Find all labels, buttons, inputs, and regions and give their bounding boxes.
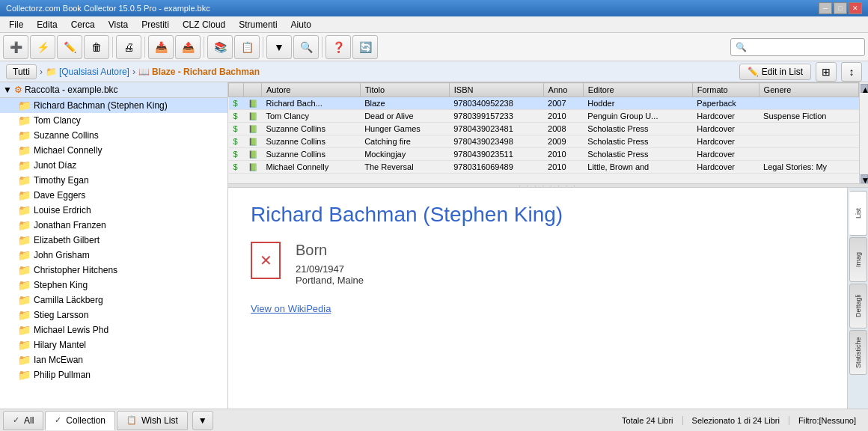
folder-icon-10: 📁 <box>18 249 31 261</box>
tree-item-hilary-mantel[interactable]: 📁 Hilary Mantel <box>0 337 227 352</box>
menu-aiuto[interactable]: Aiuto <box>285 18 317 31</box>
tree-item-michael-lewis[interactable]: 📁 Michael Lewis Phd <box>0 323 227 337</box>
cell-autore-0: Richard Bach... <box>262 97 361 110</box>
quick-add-button[interactable]: ⚡ <box>30 35 55 59</box>
books-view-button[interactable]: 📚 <box>207 35 233 59</box>
refresh-button[interactable]: 🔄 <box>352 35 378 59</box>
tree-item-elizabeth-gilbert[interactable]: 📁 Elizabeth Gilbert <box>0 233 227 248</box>
tree-item-timothy-egan[interactable]: 📁 Timothy Egan <box>0 173 227 188</box>
tree-item-john-grisham[interactable]: 📁 John Grisham <box>0 248 227 263</box>
detail-area: Richard Bachman (Stephen King) ✕ Born 21… <box>228 188 868 409</box>
sort-button[interactable]: ↕ <box>841 62 862 82</box>
close-button[interactable]: ✕ <box>849 2 862 14</box>
col-genere[interactable]: Genere <box>759 83 858 97</box>
export-button[interactable]: 📤 <box>175 35 201 59</box>
folder-icon-18: 📁 <box>18 369 31 381</box>
menu-prestiti[interactable]: Prestiti <box>135 18 175 31</box>
col-dollar[interactable] <box>229 83 244 97</box>
status-filter: Filtro:[Nessuno] <box>789 416 865 425</box>
tab-wishlist[interactable]: 📋 Wish List <box>117 411 188 430</box>
expand-icon: ▼ <box>3 85 12 95</box>
col-isbn[interactable]: ISBN <box>449 83 543 97</box>
cell-titolo-3: Catching fire <box>360 135 449 148</box>
table-row[interactable]: $ 📗 Suzanne Collins Catching fire 978043… <box>229 135 859 148</box>
folder-icon-12: 📁 <box>18 279 31 291</box>
all-button[interactable]: Tutti <box>6 64 37 79</box>
col-formato[interactable]: Formato <box>692 83 759 97</box>
col-icon[interactable] <box>244 83 262 97</box>
scroll-down-arrow[interactable]: ▼ <box>861 174 868 183</box>
scroll-up-arrow[interactable]: ▲ <box>861 84 868 93</box>
breadcrumb-folder[interactable]: 📁 [Qualsiasi Autore] <box>46 67 129 77</box>
col-editore[interactable]: Editore <box>583 83 692 97</box>
menu-cerca[interactable]: Cerca <box>65 18 101 31</box>
tab-collection[interactable]: ✓ Collection <box>45 411 115 430</box>
tab-list[interactable]: List <box>849 191 867 236</box>
filter1-button[interactable]: ▼ <box>266 35 292 59</box>
import-button[interactable]: 📥 <box>148 35 174 59</box>
menu-vista[interactable]: Vista <box>103 18 134 31</box>
main-layout: ▼ ⚙ Raccolta - example.bkc 📁 Richard Bac… <box>0 82 868 409</box>
tree-item-michael-connelly[interactable]: 📁 Michael Connelly <box>0 143 227 158</box>
add-book-button[interactable]: ➕ <box>3 35 28 59</box>
tree-item-richard-bachman[interactable]: 📁 Richard Bachman (Stephen King) <box>0 98 227 113</box>
col-anno[interactable]: Anno <box>543 83 583 97</box>
tab-statistiche[interactable]: Statistiche <box>849 330 867 375</box>
tree-item-stieg-larsson[interactable]: 📁 Stieg Larsson <box>0 308 227 323</box>
tree-item-stephen-king[interactable]: 📁 Stephen King <box>0 278 227 293</box>
tab-all[interactable]: ✓ All <box>3 411 43 430</box>
col-titolo[interactable]: Titolo <box>360 83 449 97</box>
menu-strumenti[interactable]: Strumenti <box>233 18 283 31</box>
tree-item-christopher-hitchens[interactable]: 📁 Christopher Hitchens <box>0 263 227 278</box>
tree-item-suzanne-collins[interactable]: 📁 Suzanne Collins <box>0 128 227 143</box>
wiki-link[interactable]: View on WikiPedia <box>251 303 331 314</box>
table-row[interactable]: $ 📗 Suzanne Collins Mockingjay 978043902… <box>229 148 859 161</box>
filter2-button[interactable]: 🔍 <box>293 35 319 59</box>
tree-item-label-0: Richard Bachman (Stephen King) <box>34 100 168 111</box>
folder-icon-14: 📁 <box>18 309 31 321</box>
table-row[interactable]: $ 📗 Michael Connelly The Reversal 978031… <box>229 161 859 174</box>
table-row[interactable]: $ 📗 Suzanne Collins Hunger Games 9780439… <box>229 123 859 135</box>
cell-formato-5: Hardcover <box>692 161 759 174</box>
menu-file[interactable]: File <box>3 18 29 31</box>
menu-clz-cloud[interactable]: CLZ Cloud <box>177 18 231 31</box>
table-row[interactable]: $ 📗 Richard Bach... Blaze 9780340952238 … <box>229 97 859 110</box>
tree-item-dave-eggers[interactable]: 📁 Dave Eggers <box>0 188 227 203</box>
tree-item-label-6: Dave Eggers <box>34 190 85 201</box>
print-button[interactable]: 🖨 <box>116 35 141 59</box>
columns-button[interactable]: ⊞ <box>816 62 837 82</box>
table-scrollbar[interactable]: ▲ ▼ <box>859 82 868 183</box>
cell-autore-2: Suzanne Collins <box>262 123 361 135</box>
minimize-button[interactable]: ─ <box>819 2 832 14</box>
dollar-icon-2: $ <box>233 124 238 133</box>
current-icon: 📖 <box>138 67 150 77</box>
help-button[interactable]: ❓ <box>326 35 351 59</box>
tree-item-jonathan-franzen[interactable]: 📁 Jonathan Franzen <box>0 218 227 233</box>
view-selector-button[interactable]: ▼ <box>192 411 213 430</box>
cell-isbn-0: 9780340952238 <box>449 97 543 110</box>
tree-item-label-2: Suzanne Collins <box>34 130 99 141</box>
edit-in-list-button[interactable]: ✏️ Edit in List <box>739 64 811 80</box>
tree-item-camilla-lackberg[interactable]: 📁 Camilla Läckberg <box>0 293 227 308</box>
tree-item-tom-clancy[interactable]: 📁 Tom Clancy <box>0 113 227 128</box>
breadcrumb-edit-area: ✏️ Edit in List ⊞ ↕ <box>739 62 862 82</box>
col-autore[interactable]: Autore <box>262 83 361 97</box>
tree-root[interactable]: ▼ ⚙ Raccolta - example.bkc <box>0 82 227 98</box>
edit-button[interactable]: ✏️ <box>57 35 82 59</box>
cell-isbn-5: 9780316069489 <box>449 161 543 174</box>
cell-editore-1: Penguin Group U... <box>583 110 692 123</box>
menu-edita[interactable]: Edita <box>31 18 63 31</box>
tree-item-louise-erdrich[interactable]: 📁 Louise Erdrich <box>0 203 227 218</box>
author-title: Richard Bachman (Stephen King) <box>251 203 825 227</box>
search-input[interactable] <box>730 38 865 56</box>
tree-item-philip-pullman[interactable]: 📁 Philip Pullman <box>0 367 227 382</box>
tree-item-junot-diaz[interactable]: 📁 Junot Díaz <box>0 158 227 173</box>
delete-button[interactable]: 🗑 <box>84 35 109 59</box>
details-view-button[interactable]: 📋 <box>234 35 260 59</box>
book-icon-4: 📗 <box>248 150 257 159</box>
tab-dettagli[interactable]: Dettagli <box>849 284 867 328</box>
tree-item-ian-mcewan[interactable]: 📁 Ian McEwan <box>0 352 227 367</box>
table-row[interactable]: $ 📗 Tom Clancy Dead or Alive 97803991572… <box>229 110 859 123</box>
tab-imag[interactable]: Imag <box>849 237 867 282</box>
maximize-button[interactable]: □ <box>834 2 847 14</box>
